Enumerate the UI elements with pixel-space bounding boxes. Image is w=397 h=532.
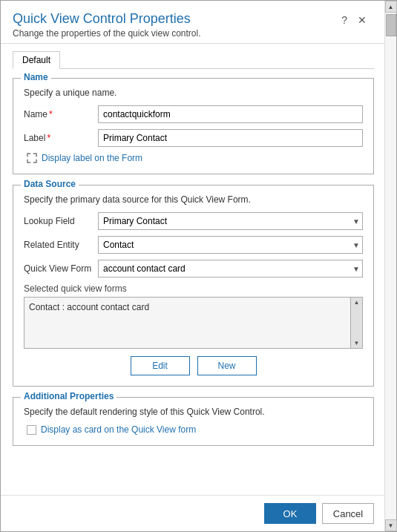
- datasource-section: Data Source Specify the primary data sou…: [13, 185, 374, 387]
- scrollbar[interactable]: ▲ ▼: [384, 1, 396, 531]
- selected-list: Contact : account contact card ▲ ▼: [24, 297, 363, 349]
- name-section: Name Specify a unique name. Name* Label*…: [13, 78, 374, 174]
- datasource-legend: Data Source: [21, 179, 79, 189]
- selected-list-item: Contact : account contact card: [29, 301, 347, 314]
- dialog-container: ▲ ▼ Quick View Control Properties Change…: [0, 0, 397, 532]
- quickview-row: Quick View Form account contact card ▼: [24, 260, 363, 278]
- list-scroll-up[interactable]: ▲: [352, 298, 361, 307]
- name-section-desc: Specify a unique name.: [24, 88, 363, 98]
- name-input[interactable]: [98, 105, 363, 123]
- lookup-label: Lookup Field: [24, 216, 98, 226]
- display-label-text: Display label on the Form: [42, 153, 142, 163]
- dialog-title: Quick View Control Properties: [13, 11, 338, 27]
- ok-button[interactable]: OK: [264, 503, 316, 524]
- help-button[interactable]: ?: [338, 13, 350, 27]
- cancel-button[interactable]: Cancel: [322, 503, 374, 524]
- display-card-row: Display as card on the Quick View form: [27, 424, 363, 435]
- new-button[interactable]: New: [197, 356, 257, 375]
- lookup-select[interactable]: Primary Contact: [98, 212, 363, 230]
- scroll-track: [385, 13, 396, 519]
- tab-default[interactable]: Default: [13, 51, 60, 69]
- related-select-wrapper: Contact ▼: [98, 236, 363, 254]
- lookup-row: Lookup Field Primary Contact ▼: [24, 212, 363, 230]
- list-scrollbar[interactable]: ▲ ▼: [350, 298, 362, 348]
- label-required-star: *: [47, 133, 50, 143]
- additional-desc: Specify the default rendering style of t…: [24, 407, 363, 417]
- edit-new-row: Edit New: [24, 356, 363, 375]
- additional-legend: Additional Properties: [21, 391, 117, 401]
- related-select[interactable]: Contact: [98, 236, 363, 254]
- name-row: Name*: [24, 105, 363, 123]
- scroll-up-btn[interactable]: ▲: [385, 1, 397, 13]
- dialog-footer: OK Cancel: [1, 495, 396, 531]
- display-label-checkbox[interactable]: [27, 153, 37, 163]
- dialog-subtitle: Change the properties of the quick view …: [13, 28, 338, 39]
- quickview-select[interactable]: account contact card: [98, 260, 363, 278]
- name-section-legend: Name: [21, 72, 51, 82]
- selected-label: Selected quick view forms: [24, 283, 363, 294]
- quickview-select-wrapper: account contact card ▼: [98, 260, 363, 278]
- quickview-label: Quick View Form: [24, 263, 98, 274]
- title-area: Quick View Control Properties Change the…: [13, 11, 338, 39]
- label-row: Label*: [24, 129, 363, 147]
- close-button[interactable]: ✕: [355, 13, 370, 27]
- related-label: Related Entity: [24, 240, 98, 250]
- header-controls: ? ✕: [338, 11, 370, 27]
- display-card-label: Display as card on the Quick View form: [41, 424, 196, 435]
- edit-button[interactable]: Edit: [131, 356, 190, 375]
- additional-section: Additional Properties Specify the defaul…: [13, 397, 374, 446]
- display-card-checkbox[interactable]: [27, 425, 36, 435]
- label-label: Label*: [24, 133, 98, 143]
- tab-bar: Default: [13, 51, 374, 69]
- dialog-body: Default Name Specify a unique name. Name…: [1, 44, 396, 495]
- name-required-star: *: [49, 109, 53, 119]
- lookup-select-wrapper: Primary Contact ▼: [98, 212, 363, 230]
- list-scroll-down[interactable]: ▼: [352, 338, 361, 348]
- scroll-down-btn[interactable]: ▼: [385, 519, 397, 531]
- name-label: Name*: [24, 109, 98, 119]
- related-row: Related Entity Contact ▼: [24, 236, 363, 254]
- datasource-desc: Specify the primary data source for this…: [24, 194, 363, 205]
- display-label-row: Display label on the Form: [27, 153, 363, 163]
- label-input[interactable]: [98, 129, 363, 147]
- dialog-header: Quick View Control Properties Change the…: [1, 1, 396, 44]
